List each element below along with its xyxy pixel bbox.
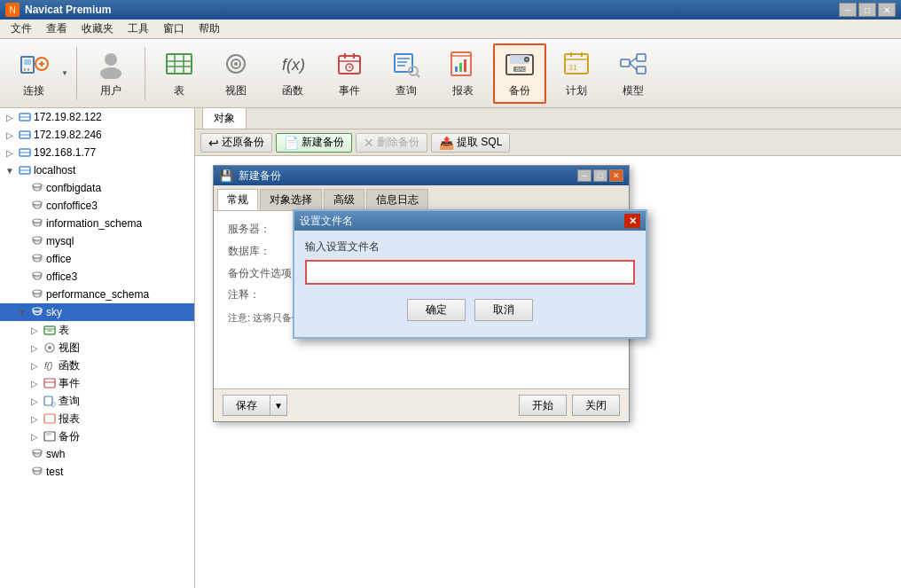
extract-sql-btn[interactable]: 📤 提取 SQL <box>431 133 510 153</box>
svg-point-7 <box>105 53 117 66</box>
folder-icon <box>43 412 57 426</box>
sidebar-item-queries[interactable]: ▷ 查询 <box>0 392 194 410</box>
sidebar-item-events[interactable]: ▷ 事件 <box>0 374 194 392</box>
expand-icon[interactable]: ▷ <box>28 359 41 372</box>
restore-btn[interactable]: ↩ 还原备份 <box>200 133 272 153</box>
sidebar-label-srv1: 172.19.82.122 <box>34 111 194 123</box>
expand-icon[interactable]: ▷ <box>4 111 16 123</box>
connect-label: 连接 <box>23 83 44 98</box>
close-dialog-btn[interactable]: 关闭 <box>572 395 620 416</box>
toolbar-query[interactable]: 查询 <box>380 43 433 104</box>
menu-window[interactable]: 窗口 <box>156 20 192 38</box>
menu-help[interactable]: 帮助 <box>192 20 227 38</box>
close-btn[interactable]: ✕ <box>878 3 896 17</box>
filename-dialog: 设置文件名 ✕ 输入设置文件名 确定 取消 <box>293 209 647 339</box>
footer-save-group: 保存 ▼ <box>223 395 287 416</box>
toolbar-report[interactable]: 报表 <box>436 43 490 104</box>
sidebar-item-localhost[interactable]: ▼ localhost <box>0 161 194 179</box>
toolbar: 连接 ▼ 用户 表 <box>0 39 901 108</box>
sidebar-item-funcs[interactable]: ▷ f() 函数 <box>0 357 194 374</box>
sidebar-item-srv2[interactable]: ▷ 172.19.82.246 <box>0 126 194 144</box>
toolbar-func[interactable]: f(x) 函数 <box>266 43 319 104</box>
sidebar-item-tables[interactable]: ▷ 表 <box>0 321 194 339</box>
view-label: 视图 <box>225 83 247 98</box>
server-icon <box>18 128 32 142</box>
toolbar-model[interactable]: 模型 <box>607 43 660 104</box>
sidebar-item-srv1[interactable]: ▷ 172.19.82.122 <box>0 108 194 126</box>
sidebar-item-backups[interactable]: ▷ 备份 <box>0 427 194 445</box>
sidebar-item-perfschema[interactable]: ▷ performance_schema <box>0 286 194 303</box>
model-label: 模型 <box>623 83 644 98</box>
svg-point-64 <box>33 219 42 223</box>
confirm-btn[interactable]: 确定 <box>407 299 466 321</box>
svg-point-91 <box>33 467 42 471</box>
sidebar-item-sky[interactable]: ▼ sky <box>0 303 194 321</box>
expand-icon[interactable]: ▷ <box>28 395 41 407</box>
save-btn[interactable]: 保存 <box>223 395 270 416</box>
toolbar-user[interactable]: 用户 <box>84 43 137 104</box>
expand-icon[interactable]: ▷ <box>28 430 41 443</box>
maximize-btn[interactable]: □ <box>858 3 876 17</box>
table-label: 表 <box>174 83 184 98</box>
menu-favorites[interactable]: 收藏夹 <box>74 20 121 38</box>
menu-file[interactable]: 文件 <box>4 20 39 38</box>
toolbar-connect[interactable]: 连接 <box>7 43 60 104</box>
expand-icon[interactable]: ▷ <box>28 377 41 389</box>
expand-icon[interactable]: ▷ <box>28 324 41 336</box>
folder-icon <box>43 341 57 355</box>
table-icon <box>163 48 195 80</box>
svg-line-30 <box>417 74 420 78</box>
backup-dialog-close[interactable]: ✕ <box>609 169 623 182</box>
expand-icon[interactable]: ▷ <box>4 129 16 141</box>
start-btn[interactable]: 开始 <box>519 395 567 416</box>
tab-object-select[interactable]: 对象选择 <box>260 189 322 210</box>
sidebar-item-reports[interactable]: ▷ 报表 <box>0 410 194 427</box>
save-dropdown-btn[interactable]: ▼ <box>270 395 287 416</box>
sidebar-item-views[interactable]: ▷ 视图 <box>0 339 194 357</box>
toolbar-sep-1 <box>76 47 77 100</box>
toolbar-backup[interactable]: BACK 备份 <box>493 43 546 104</box>
sidebar-item-office[interactable]: ▷ office <box>0 250 194 268</box>
backup-dialog-restore[interactable]: □ <box>593 169 607 182</box>
backup-dialog-footer: 保存 ▼ 开始 关闭 <box>214 388 629 421</box>
new-backup-btn[interactable]: 📄 新建备份 <box>276 133 352 153</box>
toolbar-plan[interactable]: 31 计划 <box>550 43 603 104</box>
svg-rect-34 <box>464 59 466 72</box>
tab-object[interactable]: 对象 <box>202 107 247 129</box>
svg-rect-49 <box>637 67 646 74</box>
filename-input[interactable] <box>305 260 635 285</box>
cancel-btn[interactable]: 取消 <box>474 299 533 321</box>
db-icon <box>30 234 44 248</box>
sidebar-item-test[interactable]: ▷ test <box>0 463 194 481</box>
backup-dialog-title-bar: 💾 新建备份 ─ □ ✕ <box>214 166 629 185</box>
sidebar-item-confbigdata[interactable]: ▷ confbigdata <box>0 179 194 197</box>
server-icon <box>18 110 32 124</box>
minimize-btn[interactable]: ─ <box>839 3 857 17</box>
sidebar-item-confoffice3[interactable]: ▷ confoffice3 <box>0 197 194 215</box>
expand-icon[interactable]: ▷ <box>4 146 16 159</box>
toolbar-event[interactable]: 事件 <box>323 43 376 104</box>
backup-icon: BACK <box>504 48 536 80</box>
backup-dialog-minimize[interactable]: ─ <box>577 169 592 182</box>
delete-backup-btn[interactable]: ✕ 删除备份 <box>356 133 427 153</box>
expand-icon[interactable]: ▼ <box>16 306 28 318</box>
sidebar-item-srv3[interactable]: ▷ 192.168.1.77 <box>0 144 194 161</box>
menu-tools[interactable]: 工具 <box>121 20 156 38</box>
toolbar-table[interactable]: 表 <box>153 43 206 104</box>
delete-label: 删除备份 <box>377 135 419 150</box>
sidebar-item-swh[interactable]: ▷ swh <box>0 445 194 463</box>
sidebar-item-mysql[interactable]: ▷ mysql <box>0 232 194 250</box>
expand-icon[interactable]: ▷ <box>28 412 41 425</box>
filename-dialog-close[interactable]: ✕ <box>624 214 640 228</box>
toolbar-view[interactable]: 视图 <box>209 43 262 104</box>
tab-info-log[interactable]: 信息日志 <box>366 189 428 210</box>
connect-dropdown[interactable]: ▼ <box>60 43 69 104</box>
tab-advanced[interactable]: 高级 <box>324 189 364 210</box>
expand-icon[interactable]: ▷ <box>28 341 41 354</box>
svg-point-66 <box>33 237 42 240</box>
tab-general[interactable]: 常规 <box>217 189 258 210</box>
menu-view[interactable]: 查看 <box>39 20 74 38</box>
expand-icon[interactable]: ▼ <box>4 164 16 176</box>
sidebar-item-office3[interactable]: ▷ office3 <box>0 268 194 286</box>
sidebar-item-infschema[interactable]: ▷ information_schema <box>0 215 194 232</box>
